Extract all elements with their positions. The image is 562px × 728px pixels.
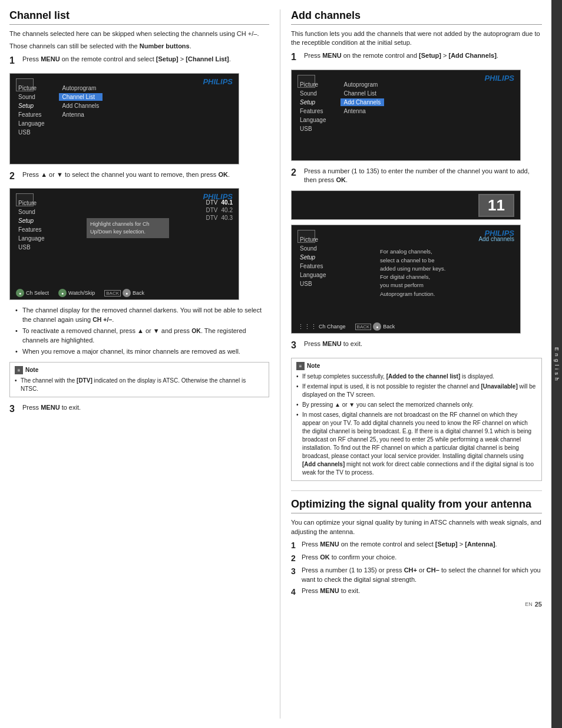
- number-badge-screen: PHILIPS 11: [291, 190, 521, 220]
- tv-menu-left-r1: Picture Sound Setup Features Language US…: [297, 81, 329, 133]
- submenu-channellist-1: Channel List: [59, 93, 103, 101]
- optimize-intro: You can optimize your signal quality by …: [291, 518, 542, 536]
- tv-menu-items-1: Picture Sound Setup Features Language US…: [16, 84, 103, 136]
- bullet-3: When you remove a major channel, its min…: [15, 347, 269, 356]
- menu-setup-r2: Setup: [297, 253, 329, 261]
- step1-block-right: 1 Press MENU on the remote control and […: [291, 51, 542, 64]
- menu-setup-r1: Setup: [297, 98, 329, 106]
- opt-step-2: 2 Press OK to confirm your choice.: [291, 553, 542, 564]
- menu-language-r2: Language: [297, 271, 329, 279]
- back-btn-r2[interactable]: BACK ● Back: [355, 322, 395, 331]
- channel-row-1: DTV 40.1: [206, 199, 233, 206]
- submenu-antenna-1: Antenna: [59, 111, 103, 118]
- tv-menu-items-r2: Picture Sound Setup Features Language US…: [297, 236, 340, 288]
- opt-step-3: 3 Press a number (1 to 135) or press CH+…: [291, 566, 542, 584]
- bottom-bar-2: ● Ch Select ● Watch/Skip BACK ● Back: [16, 289, 233, 297]
- bullet-list: The channel display for the removed chan…: [15, 306, 269, 356]
- opt-step-4: 4 Press MENU to exit.: [291, 587, 542, 597]
- channel-row-2: DTV 40.2: [206, 207, 233, 213]
- watch-skip-btn[interactable]: ● Watch/Skip: [58, 289, 95, 297]
- ok-icon-1: ●: [16, 289, 24, 297]
- page-wrapper: Channel list The channels selected here …: [0, 0, 562, 728]
- ch-select-btn[interactable]: ● Ch Select: [16, 289, 49, 297]
- back-icon-1: ●: [123, 289, 131, 297]
- step1-text-right: Press MENU on the remote control and [Se…: [304, 51, 498, 60]
- menu-setup-1: Setup: [16, 102, 47, 110]
- channel-list-intro1: The channels selected here can be skippe…: [9, 29, 269, 38]
- note-box-left: ≡ Note • The channel with the [DTV] indi…: [9, 362, 269, 397]
- bullet-1: The channel display for the removed chan…: [15, 306, 269, 324]
- step2-text: Press ▲ or ▼ to select the channel you w…: [22, 170, 230, 179]
- menu-features-r2: Features: [297, 262, 329, 270]
- page-footer: EN 25: [291, 601, 542, 608]
- optimize-steps: 1 Press MENU on the remote control and s…: [291, 540, 542, 597]
- menu-language-2: Language: [16, 235, 47, 242]
- note-icon-right: ≡: [296, 362, 305, 370]
- note-header-right: ≡ Note: [296, 362, 537, 370]
- step3-block-right: 3 Press MENU to exit.: [291, 340, 542, 352]
- menu-features-1: Features: [16, 111, 47, 118]
- number-badge-wrapper: PHILIPS 11: [291, 190, 542, 220]
- menu-picture-r1: Picture: [297, 81, 329, 88]
- menu-language-1: Language: [16, 120, 47, 127]
- step2-block-right: 2 Press a number (1 to 135) to enter the…: [291, 167, 542, 185]
- back-btn-1[interactable]: BACK ● Back: [104, 289, 144, 297]
- step3-block-left: 3 Press MENU to exit.: [9, 403, 269, 416]
- tv-menu-left-r2: Picture Sound Setup Features Language US…: [297, 236, 329, 288]
- menu-usb-r1: USB: [297, 125, 329, 133]
- step1-block: 1 Press MENU on the remote control and s…: [9, 55, 269, 67]
- menu-sound-1: Sound: [16, 93, 47, 101]
- menu-picture-2: Picture: [16, 199, 47, 207]
- menu-sound-r1: Sound: [297, 90, 329, 97]
- philips-logo-1: PHILIPS: [203, 77, 233, 86]
- back-label-r2: BACK: [355, 324, 372, 330]
- optimize-section: Optimizing the signal quality from your …: [291, 490, 542, 597]
- menu-setup-2: Setup: [16, 217, 47, 225]
- back-label-1: BACK: [104, 290, 121, 297]
- step2-block: 2 Press ▲ or ▼ to select the channel you…: [9, 170, 269, 183]
- add-channels-title: Add channels: [291, 9, 542, 25]
- number-badge-11: 11: [478, 194, 514, 217]
- ok-icon-2: ●: [58, 289, 67, 297]
- note-icon-left: ≡: [15, 366, 23, 374]
- tv-menu-r2: PHILIPS Picture Sound Setup Features Lan…: [291, 225, 521, 334]
- bullet-2: To reactivate a removed channel, press ▲…: [15, 327, 269, 345]
- note-r-2: • If external input is used, it is not p…: [296, 383, 537, 399]
- two-col-layout: Channel list The channels selected here …: [9, 9, 542, 719]
- side-tab: E n g l i s h: [551, 0, 562, 728]
- opt-step-1: 1 Press MENU on the remote control and s…: [291, 540, 542, 551]
- menu-usb-r2: USB: [297, 280, 329, 288]
- channel-row-3: DTV 40.3: [206, 215, 233, 221]
- note-box-right: ≡ Note • If setup completes successfully…: [291, 358, 542, 481]
- step2-text-right: Press a number (1 to 135) to enter the n…: [304, 167, 542, 185]
- menu-features-r1: Features: [297, 107, 329, 115]
- main-content: Channel list The channels selected here …: [0, 0, 551, 728]
- ch-change-btn[interactable]: ⋮⋮⋮ Ch Change: [297, 323, 346, 331]
- submenu-autoprogram-1: Autoprogram: [59, 84, 103, 92]
- tv-menu-left-1: Picture Sound Setup Features Language US…: [16, 84, 47, 136]
- tv-menu-r1: PHILIPS Picture Sound Setup Features Lan…: [291, 70, 521, 161]
- menu-picture-r2: Picture: [297, 236, 329, 243]
- channel-list-display: DTV 40.1 DTV 40.2 DTV 40.3: [206, 199, 233, 221]
- tv-menu-right-1: Autoprogram Channel List Add Channels An…: [59, 84, 103, 136]
- menu-usb-1: USB: [16, 129, 47, 136]
- submenu-channellist-r1: Channel List: [340, 90, 385, 97]
- add-channels-label: Add channels: [478, 236, 514, 242]
- submenu-autoprogram-r1: Autoprogram: [340, 81, 385, 88]
- back-icon-r2: ●: [373, 322, 381, 331]
- tv-menu-right-r1: Autoprogram Channel List Add Channels An…: [340, 81, 385, 133]
- menu-language-r1: Language: [297, 116, 329, 124]
- channel-list-intro2: Those channels can still be selected wit…: [9, 42, 269, 51]
- submenu-addchannels-1: Add Channels: [59, 102, 103, 110]
- left-column: Channel list The channels selected here …: [9, 9, 280, 719]
- tv-menu-items-r1: Picture Sound Setup Features Language US…: [297, 81, 384, 133]
- submenu-addchannels-r1: Add Channels: [340, 98, 385, 106]
- optimize-title: Optimizing the signal quality from your …: [291, 498, 542, 513]
- note-r-3: • By pressing ▲ or ▼ you can select the …: [296, 401, 537, 409]
- channel-list-title: Channel list: [9, 9, 269, 25]
- philips-logo-r1: PHILIPS: [484, 74, 514, 83]
- menu-features-2: Features: [16, 226, 47, 233]
- step3-text-left: Press MENU to exit.: [22, 403, 81, 412]
- add-channels-detail-text: For analog channels, select a channel to…: [380, 248, 445, 298]
- note-item-left: • The channel with the [DTV] indicated o…: [15, 377, 264, 393]
